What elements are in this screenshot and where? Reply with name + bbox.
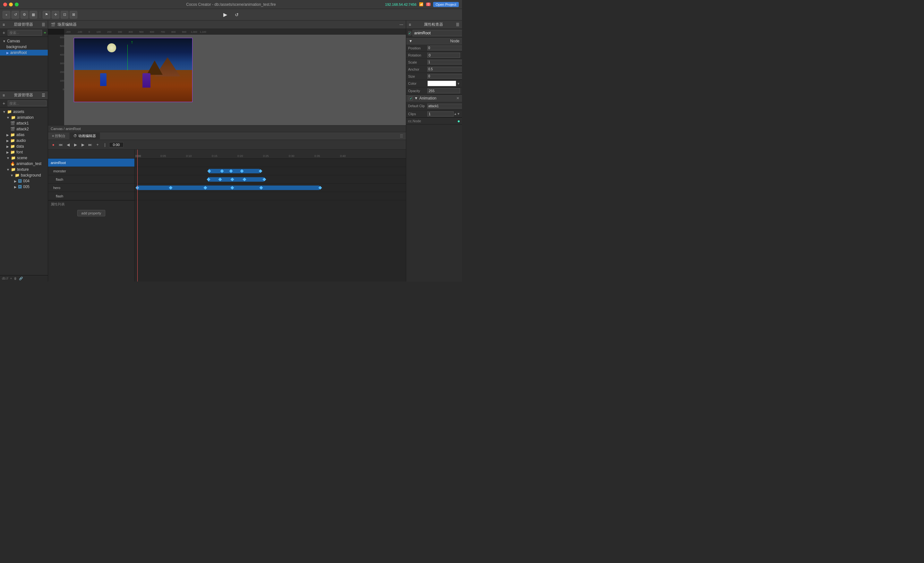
tool4-button[interactable]: ⊠ [70, 11, 77, 19]
track-flash2[interactable]: flash [48, 192, 134, 200]
asset-item-attack2[interactable]: 🎬 attack2 [0, 126, 48, 132]
size-w-input[interactable] [428, 74, 462, 79]
asset-item-texture[interactable]: ▼ 📁 texture [0, 167, 48, 173]
to-start-button[interactable]: ⏮ [57, 141, 64, 148]
tree-item-canvas[interactable]: ▼ Canvas [0, 38, 48, 44]
game-scene-bg: ↑ [74, 38, 192, 102]
assets-add-button[interactable]: + [1, 101, 6, 106]
reload-button[interactable]: ↺ [232, 10, 242, 19]
opacity-input[interactable] [428, 88, 460, 93]
animroot-label: animRoot [10, 50, 27, 55]
tool2-button[interactable]: ✛ [52, 11, 59, 19]
hierarchy-add-button[interactable]: + [1, 30, 6, 35]
track-row-flash2[interactable] [135, 192, 406, 200]
prev-frame-button[interactable]: ◀ [65, 141, 71, 148]
node-section-header[interactable]: ▼ Node [406, 38, 462, 45]
asset-item-animation-test[interactable]: 🔥 animation_test [0, 161, 48, 167]
tree-item-animroot[interactable]: ▶ animRoot [0, 50, 48, 56]
breadcrumb-bar: Canvas / animRoot [48, 125, 406, 132]
add-button[interactable]: + [3, 11, 10, 19]
position-row: Position X Y [406, 45, 462, 52]
hierarchy-search-input[interactable] [8, 30, 42, 36]
scale-x-input[interactable] [428, 60, 462, 65]
tree-item-background[interactable]: background [0, 44, 48, 50]
node-name-input[interactable] [412, 30, 462, 36]
cc-node-status-dot: ● [458, 119, 460, 123]
fullscreen-button[interactable] [15, 3, 19, 6]
moon [107, 44, 116, 52]
position-x-input[interactable] [428, 46, 462, 50]
play-button[interactable]: ▶ [220, 10, 230, 19]
asset-item-assets[interactable]: ▼ 📁 assets [0, 109, 48, 115]
track-animroot[interactable]: animRoot [48, 159, 134, 167]
node-section: ▼ Node Position X Y Rotation Scal [406, 38, 462, 95]
ruler-v-600: 600 [60, 36, 64, 39]
anim-header-left: ✓ ▼ Animation [409, 96, 436, 101]
assets-delete-icon: 🗑 [14, 277, 17, 280]
settings-button[interactable]: ⚙ [21, 11, 28, 19]
expand-node-icon: ▼ [409, 39, 412, 44]
asset-item-animation[interactable]: ▼ 📁 animation [0, 115, 48, 120]
default-clip-input[interactable] [428, 104, 462, 108]
add-keyframe-button[interactable]: + [94, 141, 101, 148]
assets-search-input[interactable] [8, 101, 46, 106]
bg-folder-icon: 📁 [15, 173, 20, 177]
next-frame-button[interactable]: ▶ [80, 141, 86, 148]
asset-item-font[interactable]: ▶ 📁 font [0, 149, 48, 155]
asset-item-004[interactable]: ▶ 🖼 004 [0, 178, 48, 184]
scene-editor-title: 场景编辑器 [57, 22, 76, 27]
ruler-vertical: 600 500 400 300 200 100 0 [48, 35, 64, 125]
ruler-tick: 300 [118, 30, 122, 33]
close-button[interactable] [3, 3, 7, 6]
timeline-menu-icon[interactable]: ☰ [397, 134, 406, 138]
asset-item-attack1[interactable]: 🎬 attack1 [0, 120, 48, 126]
color-swatch[interactable] [428, 81, 456, 86]
refresh-button[interactable]: ↺ [12, 11, 19, 19]
track-hero[interactable]: hero [48, 183, 134, 192]
clips-arrow-up[interactable]: ▲ [454, 112, 457, 116]
record-button[interactable]: ● [50, 141, 57, 148]
attack2-icon: 🎬 [10, 127, 15, 131]
minimize-button[interactable] [9, 3, 13, 6]
clips-input[interactable] [428, 111, 454, 117]
track-row-flash1[interactable] [135, 175, 406, 183]
asset-item-atlas[interactable]: ▶ 📁 atlas [0, 132, 48, 138]
keyframe-tool-button[interactable]: | [102, 141, 108, 148]
scene-menu-icon[interactable]: ⋯ [399, 23, 403, 27]
rotation-input[interactable] [428, 53, 460, 58]
asset-item-scene[interactable]: ▼ 📁 scene [0, 155, 48, 161]
playhead[interactable] [137, 150, 138, 281]
clips-arrow-down[interactable]: ▼ [457, 112, 460, 116]
scene-icon: 🎬 [51, 23, 56, 27]
asset-item-data[interactable]: ▶ 📁 data [0, 144, 48, 149]
asset-item-005[interactable]: ▶ 🖼 005 [0, 184, 48, 190]
animation-section-header[interactable]: ✓ ▼ Animation ✕ [406, 95, 462, 102]
tab-animation[interactable]: ⏱ 动画编辑器 [70, 132, 100, 139]
ruler-tick: 100 [96, 30, 100, 33]
track-row-hero[interactable] [135, 183, 406, 192]
scene-label: scene [17, 156, 27, 160]
add-property-button[interactable]: add property [77, 210, 105, 216]
track-row-monster[interactable] [135, 167, 406, 175]
animation-checkbox[interactable]: ✓ [409, 96, 413, 101]
to-end-button[interactable]: ⏭ [87, 141, 93, 148]
color-row: Color ▼ [406, 80, 462, 87]
tool3-button[interactable]: ⊡ [61, 11, 68, 19]
remove-animation-icon[interactable]: ✕ [456, 96, 459, 101]
scene-viewport[interactable]: 使用鼠标右键平移视窗焦点 -200 -100 0 100 200 300 400… [48, 29, 406, 125]
animation-tab-label: 动画编辑器 [78, 134, 96, 138]
tool1-button[interactable]: ⚑ [43, 11, 50, 19]
track-row-animroot[interactable] [135, 159, 406, 167]
asset-item-bg-folder[interactable]: ▼ 📁 background [0, 173, 48, 178]
track-monster[interactable]: monster [48, 167, 134, 175]
color-dropdown-icon[interactable]: ▼ [457, 82, 460, 86]
anchor-x-input[interactable] [428, 67, 462, 72]
play-timeline-button[interactable]: ▶ [72, 141, 79, 148]
track-flash1[interactable]: flash [48, 175, 134, 183]
open-project-button[interactable]: Open Project [433, 2, 459, 7]
build-button[interactable]: ▦ [30, 11, 37, 19]
tick-4: 0:20 [237, 155, 243, 158]
tab-console[interactable]: ≡ 控制台 [48, 132, 70, 139]
asset-item-audio[interactable]: ▶ 📁 audio [0, 138, 48, 144]
node-checkbox[interactable]: ✓ [408, 31, 411, 35]
